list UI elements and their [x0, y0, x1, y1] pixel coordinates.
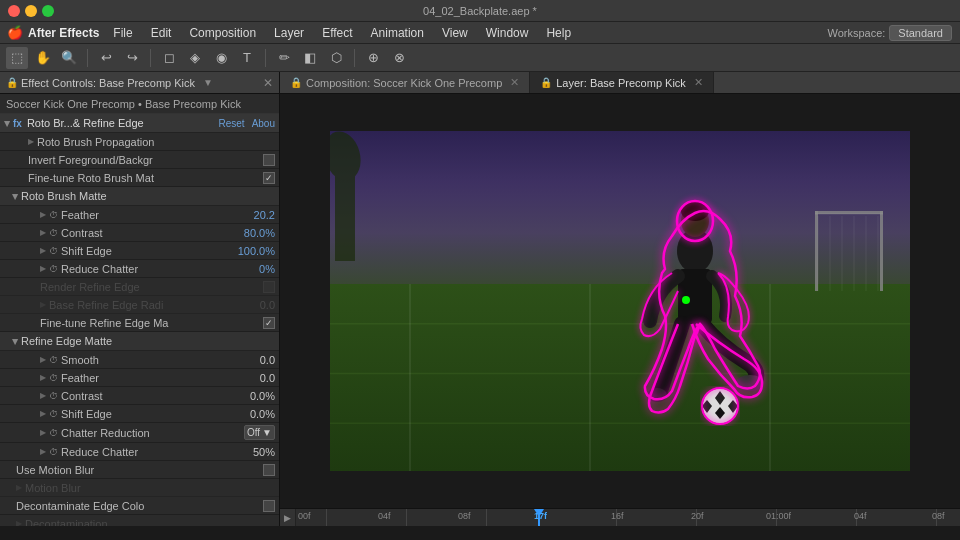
refine-edge-matte-header[interactable]: ▶ Refine Edge Matte: [0, 332, 279, 351]
roto-brush-anchor: [682, 296, 690, 304]
minimize-button[interactable]: [25, 5, 37, 17]
comp-tab-soccer-label: Composition: Soccer Kick One Precomp: [306, 77, 502, 89]
time-mark-1min: 01:00f: [766, 511, 791, 521]
undo-button[interactable]: ↩: [95, 47, 117, 69]
smooth-stopwatch-icon[interactable]: ⏱: [49, 355, 58, 365]
smooth-value[interactable]: 0.0: [260, 354, 275, 366]
contrast2-row: ▶ ⏱ Contrast 0.0%: [0, 387, 279, 405]
comp-tab-layer-close[interactable]: ✕: [694, 76, 703, 89]
shift-edge-value[interactable]: 100.0%: [238, 245, 275, 257]
decontaminate-edge-label: Decontaminate Edge Colo: [16, 500, 263, 512]
roto-about-button[interactable]: Abou: [252, 118, 275, 129]
chatter-label: Chatter Reduction: [61, 427, 244, 439]
app-logo: 🍎 After Effects: [8, 26, 99, 40]
contrast2-value[interactable]: 0.0%: [250, 390, 275, 402]
tab-lock-icon: 🔒: [290, 77, 302, 88]
decontaminate-edge-checkbox[interactable]: [263, 500, 275, 512]
use-motion-blur-checkbox[interactable]: [263, 464, 275, 476]
shape-tool[interactable]: ⬡: [325, 47, 347, 69]
feather2-value[interactable]: 0.0: [260, 372, 275, 384]
reduce-chatter2-stopwatch-icon[interactable]: ⏱: [49, 447, 58, 457]
finetune-roto-checkbox[interactable]: [263, 172, 275, 184]
feather2-stopwatch-icon[interactable]: ⏱: [49, 373, 58, 383]
contrast-stopwatch-icon[interactable]: ⏱: [49, 228, 58, 238]
contrast-value[interactable]: 80.0%: [244, 227, 275, 239]
comp-tab-layer-label: Layer: Base Precomp Kick: [556, 77, 686, 89]
contrast-triangle-icon: ▶: [40, 228, 46, 237]
roto-propagation-row[interactable]: ▶ Roto Brush Propagation: [0, 133, 279, 151]
zoom-tool[interactable]: 🔍: [58, 47, 80, 69]
reduce-chatter2-triangle-icon: ▶: [40, 447, 46, 456]
menu-edit[interactable]: Edit: [143, 25, 180, 41]
type-tool[interactable]: T: [236, 47, 258, 69]
time-ruler[interactable]: 00f 04f 08f 17f 16f 20f 01:00f 04f: [296, 509, 960, 526]
comp-tab-layer[interactable]: 🔒 Layer: Base Precomp Kick ✕: [530, 72, 714, 93]
workspace-label: Workspace:: [827, 27, 885, 39]
menu-animation[interactable]: Animation: [363, 25, 432, 41]
comp-tab-soccer[interactable]: 🔒 Composition: Soccer Kick One Precomp ✕: [280, 72, 530, 93]
menu-layer[interactable]: Layer: [266, 25, 312, 41]
roto-matte-header[interactable]: ▶ Roto Brush Matte: [0, 187, 279, 206]
shift-edge-row: ▶ ⏱ Shift Edge 100.0%: [0, 242, 279, 260]
shift-edge2-stopwatch-icon[interactable]: ⏱: [49, 409, 58, 419]
roto-effect-header[interactable]: ▶ fx Roto Br...& Refine Edge Reset Abou: [0, 114, 279, 133]
zoom-button[interactable]: [42, 5, 54, 17]
menu-effect[interactable]: Effect: [314, 25, 360, 41]
brush-tool[interactable]: ◈: [184, 47, 206, 69]
workspace-selector[interactable]: Standard: [889, 25, 952, 41]
invert-fg-checkbox[interactable]: [263, 154, 275, 166]
comp-tab-soccer-close[interactable]: ✕: [510, 76, 519, 89]
chatter-dropdown[interactable]: Off ▼: [244, 425, 275, 440]
time-mark-20f: 20f: [691, 511, 704, 521]
select-tool[interactable]: ⬚: [6, 47, 28, 69]
panel-close-button[interactable]: ✕: [263, 76, 273, 90]
puppet-starch-tool[interactable]: ⊗: [388, 47, 410, 69]
redo-button[interactable]: ↪: [121, 47, 143, 69]
puppet-tool[interactable]: ⊕: [362, 47, 384, 69]
pen-tool[interactable]: ✏: [273, 47, 295, 69]
paint-tool[interactable]: ◉: [210, 47, 232, 69]
render-refine-label: Render Refine Edge: [40, 281, 263, 293]
reduce-chatter-stopwatch-icon[interactable]: ⏱: [49, 264, 58, 274]
left-panel: 🔒 Effect Controls: Base Precomp Kick ▼ ✕…: [0, 72, 280, 526]
shift-edge2-value[interactable]: 0.0%: [250, 408, 275, 420]
panel-dropdown-icon[interactable]: ▼: [203, 77, 213, 88]
feather-stopwatch-icon[interactable]: ⏱: [49, 210, 58, 220]
menu-view[interactable]: View: [434, 25, 476, 41]
base-refine-triangle-icon: ▶: [40, 300, 46, 309]
roto-matte-triangle-icon: ▶: [11, 193, 20, 199]
time-mark-17f: 17f: [534, 511, 547, 521]
motion-blur-triangle-icon: ▶: [16, 483, 22, 492]
toolbar-separator-3: [265, 49, 266, 67]
refine-edge-matte-triangle-icon: ▶: [11, 338, 20, 344]
menu-help[interactable]: Help: [538, 25, 579, 41]
toolbar-separator-4: [354, 49, 355, 67]
window-title: 04_02_Backplate.aep *: [423, 5, 537, 17]
hand-tool[interactable]: ✋: [32, 47, 54, 69]
roto-reset-button[interactable]: Reset: [219, 118, 245, 129]
render-refine-checkbox[interactable]: [263, 281, 275, 293]
time-mark-08f: 08f: [458, 511, 471, 521]
finetune-refine-checkbox[interactable]: [263, 317, 275, 329]
contrast2-stopwatch-icon[interactable]: ⏱: [49, 391, 58, 401]
mask-tool[interactable]: ◧: [299, 47, 321, 69]
roto-effect-name: Roto Br...& Refine Edge: [27, 117, 216, 129]
soccer-ball: [700, 386, 740, 426]
time-mark-04f-2: 04f: [854, 511, 867, 521]
menu-window[interactable]: Window: [478, 25, 537, 41]
shift-edge-stopwatch-icon[interactable]: ⏱: [49, 246, 58, 256]
reduce-chatter-triangle-icon: ▶: [40, 264, 46, 273]
composition-view[interactable]: [280, 94, 960, 508]
close-button[interactable]: [8, 5, 20, 17]
comp-tabs: 🔒 Composition: Soccer Kick One Precomp ✕…: [280, 72, 960, 94]
reduce-chatter2-value[interactable]: 50%: [253, 446, 275, 458]
reduce-chatter-value[interactable]: 0%: [259, 263, 275, 275]
chatter-stopwatch-icon[interactable]: ⏱: [49, 428, 58, 438]
svg-rect-8: [815, 211, 883, 214]
roto-tool[interactable]: ◻: [158, 47, 180, 69]
menu-file[interactable]: File: [105, 25, 140, 41]
feather-value[interactable]: 20.2: [254, 209, 275, 221]
toolbar: ⬚ ✋ 🔍 ↩ ↪ ◻ ◈ ◉ T ✏ ◧ ⬡ ⊕ ⊗: [0, 44, 960, 72]
menu-composition[interactable]: Composition: [181, 25, 264, 41]
use-motion-blur-label: Use Motion Blur: [16, 464, 263, 476]
